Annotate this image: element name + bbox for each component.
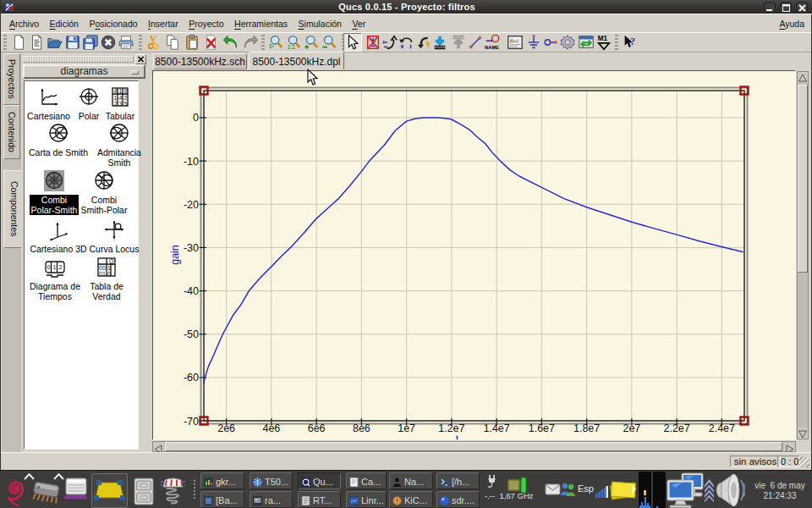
diagram-item-diagrama-de-tiempos[interactable]: 012 Diagrama de Tiempos [27,257,83,301]
push-into-subcircuit-button[interactable] [431,33,449,52]
menu-insertar[interactable]: Insertar [145,14,182,29]
diagram-item-combi-polar-smith[interactable]: Combi Polar-Smith [30,170,79,217]
scroll-up-arrow[interactable] [798,72,808,83]
diagram-item-tabla-de-verdad[interactable]: Q001010 Tabla de Verdad [86,257,127,301]
taskbar-handle[interactable] [193,479,197,500]
resize-grip[interactable] [799,457,809,467]
dual-monitors-icon[interactable] [667,472,704,508]
clock[interactable]: vie 6 de may 21:24:33 [749,481,810,500]
task-button-gkr[interactable]: gkr... [200,472,244,489]
task-button-KiC[interactable]: KiC... [389,491,433,508]
menu-simulacion[interactable]: Simulación [295,14,345,29]
component-group-dropdown[interactable]: diagramas [23,64,145,79]
close-button[interactable] [99,33,118,52]
delete-button[interactable] [202,33,221,52]
toolbar-handle[interactable] [138,35,144,50]
minimize-button[interactable] [764,2,776,13]
task-button-ra[interactable]: ra... [250,491,293,508]
pcb-footprint-launcher[interactable] [91,473,128,508]
debian-menu-icon[interactable] [4,478,26,507]
diagram-item-cartesiano[interactable]: Cartesiano [25,86,73,121]
insert-label-button[interactable]: NAME [483,33,502,52]
diagram-item-carta-de-smith[interactable]: Carta de Smith [25,123,92,157]
task-button-Ba[interactable]: [Ba... [200,491,244,508]
insert-equation-button[interactable]: f(ω) [506,33,524,52]
task-button-Ca[interactable]: Ca... [346,472,387,489]
diagram-item-admitancia-smith[interactable]: Admitancia Smith [95,123,144,168]
menu-ver[interactable]: Ver [348,14,369,29]
menu-edicion[interactable]: Edición [46,14,81,29]
task-button-RT[interactable]: RT... [298,491,341,508]
messenger-buddies-icon[interactable] [560,482,576,496]
diagram-canvas[interactable]: 2e64e66e68e61e71.2e71.4e71.6e71.8e72e72.… [152,70,796,440]
scroll-down-arrow[interactable] [798,428,808,439]
view-data-display-button[interactable] [577,33,595,52]
save-all-button[interactable] [81,33,100,52]
ic-chip-icon[interactable] [30,478,63,505]
speaker-volume-icon[interactable] [713,472,745,508]
simulate-button[interactable] [558,33,577,52]
zoom-out-button[interactable] [321,33,339,52]
insert-wire-button[interactable] [466,33,485,52]
print-button[interactable] [117,33,135,52]
insert-ground-button[interactable] [524,33,543,52]
scroll-right-arrow[interactable] [784,442,795,451]
diagram-item-combi-smith-polar[interactable]: Combi Smith-Polar [79,170,129,215]
tab-data-display[interactable]: 8500-13500kHz.dpl [249,52,344,69]
sidebar-tab-contenido[interactable]: Contenido [3,105,20,159]
tab-schematic[interactable]: 8500-13500kHz.sch [153,53,247,69]
pop-out-button[interactable] [449,33,468,52]
new-button[interactable] [10,33,29,52]
cartesian-diagram[interactable]: 2e64e66e68e61e71.2e71.4e71.6e71.8e72e72.… [153,71,795,439]
horizontal-scrollbar[interactable] [152,441,796,452]
system-monitor-2-icon[interactable] [653,472,666,508]
toolbar-handle[interactable] [3,35,8,50]
task-button-Na[interactable]: Na... [389,472,433,489]
task-button-sdr[interactable]: sdr.... [436,491,480,508]
menu-posicionado[interactable]: Posicionado [85,14,140,29]
spring-icon[interactable] [160,477,186,505]
paste-button[interactable] [183,33,201,52]
diagram-item-tabular[interactable]: 419142235 Tabular [101,86,140,121]
vertical-scrollbar[interactable] [797,71,809,439]
signal-strength-icon[interactable] [595,486,608,498]
redo-button[interactable] [241,33,260,52]
titlebar[interactable]: Qucs 0.0.15 - Proyecto: filtros [1,0,812,14]
dock-grip[interactable] [23,56,134,63]
deactivate-button[interactable] [364,33,382,52]
hscroll-thumb[interactable] [165,442,782,451]
select-button[interactable] [343,33,362,52]
new-text-button[interactable] [28,33,47,52]
curve-gain[interactable] [204,118,743,384]
sidebar-tab-componentes[interactable]: Componentes [3,170,22,248]
toolbar-handle[interactable] [614,35,620,50]
insert-marker-button[interactable]: M1 [595,33,613,52]
power-plug-icon[interactable] [486,473,497,489]
dock-close-button[interactable] [135,54,146,64]
file-cabinet-icon[interactable] [134,478,154,505]
system-monitor-1-icon[interactable] [639,472,651,508]
toolbar-handle[interactable] [261,35,266,50]
vscroll-thumb[interactable] [798,85,808,273]
scroll-left-arrow[interactable] [153,442,164,451]
diagram-item-curva-locus[interactable]: Curva Locus [86,219,142,254]
maximize-button[interactable] [780,2,792,13]
sidebar-tab-proyectos[interactable]: Proyectos [3,53,20,105]
zoom-fit-button[interactable] [303,33,321,52]
sticky-notes-icon[interactable] [608,478,637,500]
menu-proyecto[interactable]: Proyecto [185,14,227,29]
copy-button[interactable] [163,33,182,52]
mail-icon[interactable] [545,483,561,495]
zoom-in-button[interactable] [267,33,286,52]
menu-herramientas[interactable]: Herramientas [231,14,291,29]
save-button[interactable] [63,33,82,52]
menu-archivo[interactable]: Archivo [6,14,42,29]
zoom-1-1-button[interactable]: 1:1 [285,33,304,52]
undo-button[interactable] [222,33,240,52]
task-button-Qu[interactable]: Qu... [298,472,341,489]
task-button-h[interactable]: [/h... [436,472,480,489]
mirror-y-button[interactable] [398,33,416,52]
menu-ayuda[interactable]: Ayuda [776,14,808,29]
task-button-T50[interactable]: T50... [250,472,293,489]
open-button[interactable] [46,33,64,52]
